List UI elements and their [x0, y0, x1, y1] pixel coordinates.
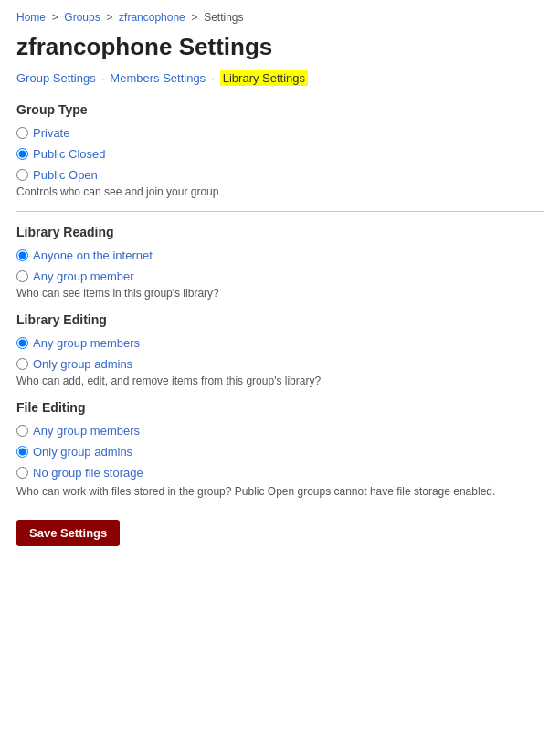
- file-editing-members-option: Any group members: [16, 424, 544, 438]
- breadcrumb: Home > Groups > zfrancophone > Settings: [16, 11, 544, 24]
- library-reading-member-label[interactable]: Any group member: [33, 269, 134, 283]
- group-type-helper: Controls who can see and join your group: [16, 185, 544, 198]
- group-type-private-label[interactable]: Private: [33, 126, 69, 140]
- file-editing-admins-radio[interactable]: [16, 446, 28, 458]
- library-reading-anyone-option: Anyone on the internet: [16, 248, 544, 262]
- library-editing-admins-option: Only group admins: [16, 357, 544, 371]
- library-reading-helper: Who can see items in this group's librar…: [16, 287, 544, 300]
- library-editing-helper: Who can add, edit, and remove items from…: [16, 375, 544, 387]
- library-reading-anyone-label[interactable]: Anyone on the internet: [33, 248, 153, 262]
- breadcrumb-groups[interactable]: Groups: [64, 11, 100, 24]
- group-type-private-radio[interactable]: [16, 127, 28, 139]
- group-type-public-open-option: Public Open: [16, 168, 544, 182]
- group-type-public-open-label[interactable]: Public Open: [33, 168, 98, 182]
- group-type-public-closed-radio[interactable]: [16, 148, 28, 160]
- library-editing-members-option: Any group members: [16, 336, 544, 350]
- tab-members-settings[interactable]: Members Settings: [110, 71, 206, 85]
- file-editing-admins-label[interactable]: Only group admins: [33, 445, 132, 459]
- save-settings-button[interactable]: Save Settings: [16, 520, 120, 546]
- library-editing-section: Library Editing Any group members Only g…: [16, 312, 544, 387]
- breadcrumb-home[interactable]: Home: [16, 11, 46, 24]
- library-reading-section: Library Reading Anyone on the internet A…: [16, 225, 544, 300]
- file-editing-members-radio[interactable]: [16, 425, 28, 437]
- tab-group-settings[interactable]: Group Settings: [16, 71, 96, 85]
- library-editing-members-radio[interactable]: [16, 337, 28, 349]
- file-editing-no-storage-radio[interactable]: [16, 467, 28, 479]
- tab-library-settings[interactable]: Library Settings: [220, 70, 308, 86]
- tab-separator-1: ·: [101, 71, 105, 85]
- breadcrumb-current: Settings: [204, 11, 243, 24]
- breadcrumb-group-name[interactable]: zfrancophone: [119, 11, 185, 24]
- tab-separator-2: ·: [211, 71, 215, 85]
- library-editing-members-label[interactable]: Any group members: [33, 336, 140, 350]
- file-editing-section: File Editing Any group members Only grou…: [16, 400, 544, 498]
- library-reading-title: Library Reading: [16, 225, 544, 239]
- file-editing-admins-option: Only group admins: [16, 445, 544, 459]
- group-type-title: Group Type: [16, 102, 544, 117]
- group-type-private-option: Private: [16, 126, 544, 140]
- group-type-section: Group Type Private Public Closed Public …: [16, 102, 544, 198]
- tab-navigation: Group Settings · Members Settings · Libr…: [16, 70, 544, 86]
- file-editing-helper: Who can work with files stored in the gr…: [16, 485, 544, 498]
- library-editing-admins-label[interactable]: Only group admins: [33, 357, 132, 371]
- file-editing-title: File Editing: [16, 400, 544, 415]
- library-editing-title: Library Editing: [16, 312, 544, 327]
- library-reading-member-radio[interactable]: [16, 270, 28, 282]
- library-editing-admins-radio[interactable]: [16, 358, 28, 370]
- group-type-public-open-radio[interactable]: [16, 169, 28, 181]
- file-editing-no-storage-option: No group file storage: [16, 466, 544, 480]
- file-editing-members-label[interactable]: Any group members: [33, 424, 140, 438]
- divider-1: [16, 211, 544, 212]
- library-reading-anyone-radio[interactable]: [16, 249, 28, 261]
- library-reading-member-option: Any group member: [16, 269, 544, 283]
- page-title: zfrancophone Settings: [16, 33, 544, 61]
- group-type-public-closed-label[interactable]: Public Closed: [33, 147, 106, 161]
- file-editing-no-storage-label[interactable]: No group file storage: [33, 466, 143, 480]
- group-type-public-closed-option: Public Closed: [16, 147, 544, 161]
